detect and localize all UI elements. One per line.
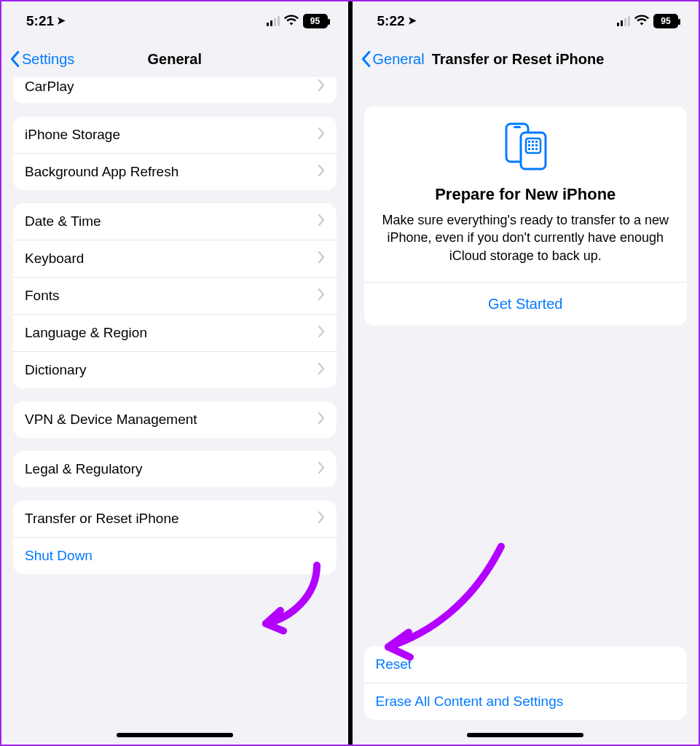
row-background-app-refresh[interactable]: Background App Refresh bbox=[13, 153, 337, 190]
back-button[interactable]: Settings bbox=[9, 50, 74, 68]
chevron-right-icon bbox=[318, 412, 325, 428]
row-label: Language & Region bbox=[25, 325, 147, 341]
phones-icon bbox=[496, 121, 554, 172]
status-bar: 5:22 ➤ 95 bbox=[353, 1, 699, 41]
battery-icon: 95 bbox=[653, 14, 678, 28]
svg-rect-12 bbox=[535, 148, 538, 150]
row-label: Keyboard bbox=[25, 251, 84, 267]
get-started-button[interactable]: Get Started bbox=[376, 283, 676, 326]
row-label: Reset bbox=[376, 656, 412, 672]
screenshot-transfer-reset: 5:22 ➤ 95 General Transfer or Reset iPho… bbox=[348, 1, 699, 745]
home-indicator[interactable] bbox=[467, 733, 583, 737]
cellular-icon bbox=[617, 16, 630, 26]
wifi-icon bbox=[634, 13, 649, 29]
chevron-right-icon bbox=[318, 251, 325, 267]
prepare-card: Prepare for New iPhone Make sure everyth… bbox=[364, 106, 688, 326]
row-iphone-storage[interactable]: iPhone Storage bbox=[13, 117, 337, 153]
back-label: Settings bbox=[22, 51, 74, 68]
svg-rect-10 bbox=[528, 148, 530, 150]
chevron-right-icon bbox=[318, 127, 325, 143]
card-body: Make sure everything's ready to transfer… bbox=[376, 211, 676, 264]
page-title: Transfer or Reset iPhone bbox=[432, 51, 605, 68]
svg-rect-8 bbox=[532, 144, 534, 146]
chevron-right-icon bbox=[318, 325, 325, 341]
svg-rect-6 bbox=[535, 141, 538, 143]
status-bar: 5:21 ➤ 95 bbox=[1, 1, 348, 41]
svg-rect-9 bbox=[535, 144, 538, 146]
card-title: Prepare for New iPhone bbox=[376, 185, 676, 204]
cellular-icon bbox=[267, 16, 280, 26]
status-time: 5:21 bbox=[26, 13, 54, 29]
chevron-left-icon bbox=[9, 50, 20, 68]
row-vpn-device-management[interactable]: VPN & Device Management bbox=[13, 401, 337, 438]
chevron-left-icon bbox=[360, 50, 371, 68]
row-label: Shut Down bbox=[25, 548, 93, 564]
chevron-right-icon bbox=[318, 288, 325, 304]
row-language-region[interactable]: Language & Region bbox=[13, 314, 337, 351]
row-date-time[interactable]: Date & Time bbox=[13, 203, 337, 240]
chevron-right-icon bbox=[318, 511, 325, 527]
row-label: iPhone Storage bbox=[25, 127, 120, 143]
chevron-right-icon bbox=[318, 461, 325, 477]
row-label: Date & Time bbox=[25, 213, 101, 229]
row-shut-down[interactable]: Shut Down bbox=[13, 537, 337, 574]
chevron-right-icon bbox=[318, 213, 325, 229]
chevron-right-icon bbox=[318, 164, 325, 180]
row-label: VPN & Device Management bbox=[25, 412, 197, 428]
screenshot-general-settings: 5:21 ➤ 95 Settings General CarPlay iPhon bbox=[1, 1, 348, 745]
row-legal-regulatory[interactable]: Legal & Regulatory bbox=[13, 451, 337, 487]
svg-rect-5 bbox=[532, 141, 534, 143]
row-transfer-reset[interactable]: Transfer or Reset iPhone bbox=[13, 500, 337, 537]
row-label: CarPlay bbox=[25, 79, 74, 95]
svg-rect-7 bbox=[528, 144, 530, 146]
row-fonts[interactable]: Fonts bbox=[13, 277, 337, 314]
chevron-right-icon bbox=[318, 362, 325, 378]
status-time: 5:22 bbox=[377, 13, 405, 29]
row-label: Transfer or Reset iPhone bbox=[25, 511, 179, 527]
row-carplay[interactable]: CarPlay bbox=[13, 77, 337, 103]
home-indicator[interactable] bbox=[117, 733, 233, 737]
nav-bar: Settings General bbox=[1, 41, 348, 77]
row-label: Fonts bbox=[25, 288, 60, 304]
svg-rect-4 bbox=[528, 141, 530, 143]
location-icon: ➤ bbox=[57, 15, 66, 26]
wifi-icon bbox=[284, 13, 299, 29]
location-icon: ➤ bbox=[408, 15, 417, 26]
row-label: Dictionary bbox=[25, 362, 86, 378]
battery-icon: 95 bbox=[303, 14, 328, 28]
row-reset[interactable]: Reset bbox=[364, 646, 688, 683]
svg-rect-1 bbox=[514, 126, 521, 128]
back-label: General bbox=[373, 51, 425, 68]
row-label: Legal & Regulatory bbox=[25, 461, 143, 477]
settings-list[interactable]: CarPlay iPhone Storage Background App Re… bbox=[1, 77, 348, 745]
row-erase-all[interactable]: Erase All Content and Settings bbox=[364, 683, 688, 720]
row-keyboard[interactable]: Keyboard bbox=[13, 240, 337, 277]
svg-rect-11 bbox=[532, 148, 534, 150]
row-label: Erase All Content and Settings bbox=[376, 694, 564, 710]
nav-bar: General Transfer or Reset iPhone bbox=[353, 41, 699, 77]
row-dictionary[interactable]: Dictionary bbox=[13, 351, 337, 388]
back-button[interactable]: General bbox=[360, 50, 425, 68]
row-label: Background App Refresh bbox=[25, 164, 178, 180]
chevron-right-icon bbox=[318, 79, 325, 95]
